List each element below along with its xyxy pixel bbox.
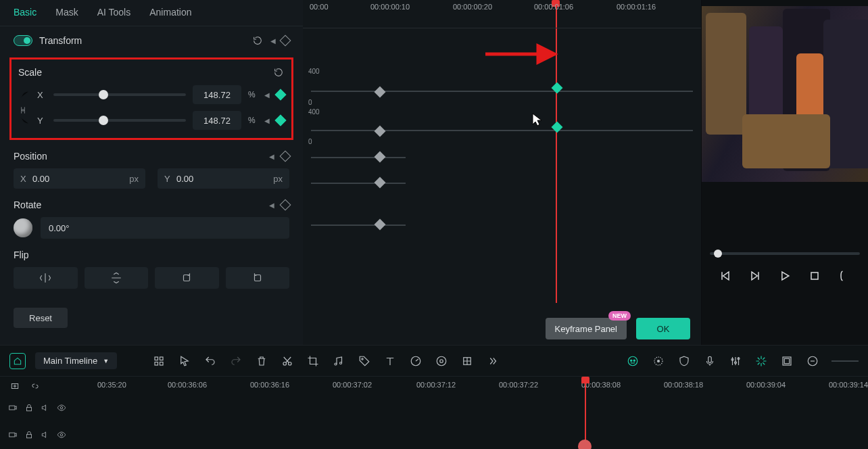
timeline-playhead[interactable] bbox=[585, 377, 586, 449]
keyframe-node[interactable] bbox=[375, 151, 386, 163]
lock-icon[interactable] bbox=[24, 403, 34, 415]
keyframe-panel-button[interactable]: Keyframe Panel NEW bbox=[546, 318, 627, 339]
tag-icon[interactable] bbox=[358, 354, 371, 368]
scale-x-slider[interactable] bbox=[53, 93, 186, 96]
svg-point-20 bbox=[658, 360, 660, 362]
ai-assistant-icon[interactable] bbox=[626, 354, 640, 368]
effects-icon[interactable] bbox=[460, 354, 474, 368]
delete-icon[interactable] bbox=[255, 354, 268, 368]
rotate-prev-kf-icon[interactable]: ◀ bbox=[269, 202, 274, 209]
rotate-cw-button[interactable] bbox=[155, 267, 219, 289]
video-track-header-2[interactable] bbox=[0, 422, 95, 449]
home-button[interactable] bbox=[9, 353, 26, 369]
next-frame-button[interactable] bbox=[748, 268, 763, 283]
ruler-tick: 00:00:37:12 bbox=[416, 381, 456, 389]
prev-keyframe-icon[interactable]: ◀ bbox=[270, 37, 276, 45]
keyframe-node[interactable] bbox=[375, 126, 386, 137]
reset-button[interactable]: Reset bbox=[14, 308, 68, 328]
curve-x-icon[interactable] bbox=[18, 89, 30, 101]
video-track-header[interactable] bbox=[0, 396, 95, 423]
position-title: Position bbox=[14, 151, 262, 162]
add-keyframe-icon[interactable] bbox=[280, 35, 291, 47]
select-tool-icon[interactable] bbox=[178, 354, 191, 368]
bracket-icon[interactable] bbox=[837, 268, 852, 283]
rotate-group: Rotate ◀ 0.00° bbox=[0, 195, 303, 245]
zoom-slider[interactable] bbox=[831, 360, 859, 362]
position-prev-kf-icon[interactable]: ◀ bbox=[269, 153, 274, 160]
track-add-icon[interactable] bbox=[8, 379, 22, 393]
scale-y-unit: % bbox=[248, 116, 258, 125]
rotate-dial[interactable] bbox=[14, 218, 32, 237]
track-link-icon[interactable] bbox=[28, 379, 42, 393]
stop-button[interactable] bbox=[807, 268, 822, 283]
position-x-field[interactable]: X 0.00 px bbox=[14, 168, 145, 189]
layout-icon[interactable] bbox=[780, 354, 794, 368]
play-button[interactable] bbox=[777, 268, 792, 283]
grid-icon[interactable] bbox=[152, 354, 166, 368]
mute-icon[interactable] bbox=[41, 403, 50, 415]
scale-y-prev-kf-icon[interactable]: ◀ bbox=[264, 117, 270, 124]
scale-x-keyframe-icon[interactable] bbox=[275, 89, 287, 101]
visibility-icon[interactable] bbox=[57, 430, 66, 442]
more-tools-icon[interactable] bbox=[486, 354, 500, 368]
graph-area[interactable]: 400 0 400 0 bbox=[303, 28, 701, 304]
timeline-marker[interactable] bbox=[578, 440, 592, 449]
shield-icon[interactable] bbox=[677, 354, 691, 368]
tab-animation[interactable]: Animation bbox=[149, 7, 191, 18]
record-icon[interactable] bbox=[652, 354, 665, 368]
mute-icon[interactable] bbox=[41, 430, 50, 442]
properties-tabs: Basic Mask AI Tools Animation bbox=[0, 0, 303, 26]
keyframe-node[interactable] bbox=[375, 177, 386, 189]
keyframe-node[interactable] bbox=[375, 87, 386, 98]
svg-point-17 bbox=[631, 360, 632, 361]
ok-button[interactable]: OK bbox=[636, 318, 690, 339]
scale-x-prev-kf-icon[interactable]: ◀ bbox=[264, 91, 270, 99]
lock-icon[interactable] bbox=[24, 430, 34, 442]
crop-icon[interactable] bbox=[306, 354, 320, 368]
timeline-ruler[interactable]: 00:35:20 00:00:36:06 00:00:36:16 00:00:3… bbox=[95, 377, 868, 397]
cut-icon[interactable] bbox=[281, 354, 294, 368]
text-tool-icon[interactable] bbox=[383, 354, 397, 368]
rotate-value-field[interactable]: 0.00° bbox=[41, 217, 289, 239]
audio-tool-icon[interactable] bbox=[332, 354, 345, 368]
scale-x-value[interactable]: 148.72 bbox=[193, 85, 241, 104]
rotate-keyframe-icon[interactable] bbox=[280, 199, 291, 211]
y-axis-label: 400 bbox=[308, 108, 320, 116]
magnet-snap-icon[interactable] bbox=[754, 354, 768, 368]
prev-frame-button[interactable] bbox=[718, 268, 733, 283]
tab-basic[interactable]: Basic bbox=[14, 7, 37, 18]
graph-time-ruler[interactable]: 00:00 00:00:00:10 00:00:00:20 00:00:01:0… bbox=[303, 0, 701, 28]
scale-y-value[interactable]: 148.72 bbox=[193, 111, 241, 130]
scale-x-unit: % bbox=[248, 90, 258, 99]
scale-y-slider[interactable] bbox=[53, 119, 186, 122]
svg-rect-6 bbox=[160, 362, 164, 365]
visibility-icon[interactable] bbox=[57, 403, 66, 415]
reset-scale-icon[interactable] bbox=[272, 66, 285, 78]
rotate-ccw-button[interactable] bbox=[226, 267, 290, 289]
timeline-selector[interactable]: Main Timeline ▼ bbox=[35, 352, 117, 369]
tab-ai-tools[interactable]: AI Tools bbox=[97, 7, 131, 18]
video-preview[interactable] bbox=[702, 6, 868, 182]
scale-y-keyframe-icon[interactable] bbox=[275, 115, 287, 126]
redo-icon[interactable] bbox=[229, 354, 243, 368]
speed-tool-icon[interactable] bbox=[409, 354, 423, 368]
transform-toggle[interactable] bbox=[14, 35, 32, 46]
zoom-out-icon[interactable] bbox=[806, 354, 819, 368]
position-y-field[interactable]: Y 0.00 px bbox=[158, 168, 289, 189]
position-keyframe-icon[interactable] bbox=[280, 151, 291, 162]
position-x-unit: px bbox=[129, 174, 139, 184]
preview-panel bbox=[702, 0, 868, 345]
reset-transform-icon[interactable] bbox=[251, 34, 264, 47]
ruler-tick: 00:00:01:16 bbox=[617, 3, 656, 11]
curve-y-icon[interactable] bbox=[18, 114, 30, 126]
preview-progress-slider[interactable] bbox=[710, 252, 860, 255]
mic-icon[interactable] bbox=[703, 354, 717, 368]
flip-vertical-button[interactable] bbox=[85, 267, 149, 289]
undo-icon[interactable] bbox=[203, 354, 217, 368]
color-tool-icon[interactable] bbox=[435, 354, 448, 368]
svg-point-31 bbox=[60, 406, 63, 409]
keyframe-node[interactable] bbox=[375, 219, 386, 231]
tab-mask[interactable]: Mask bbox=[55, 7, 78, 18]
mixer-icon[interactable] bbox=[729, 354, 742, 368]
flip-horizontal-button[interactable] bbox=[14, 267, 78, 289]
